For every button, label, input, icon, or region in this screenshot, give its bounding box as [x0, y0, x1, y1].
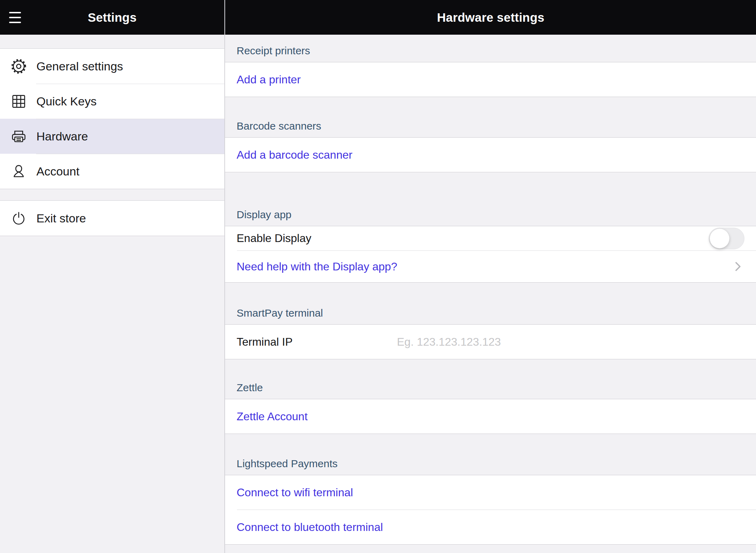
sidebar-exit-group: Exit store	[0, 200, 224, 236]
connect-wifi-row: Connect to wifi terminal	[225, 475, 756, 510]
settings-sidebar: Settings General settings	[0, 0, 225, 553]
sidebar-item-quick-keys[interactable]: Quick Keys	[0, 84, 224, 119]
bottom-spacer	[225, 545, 756, 553]
sidebar-item-label: Quick Keys	[36, 95, 97, 108]
hardware-settings-panel: Hardware settings Receipt printers Add a…	[225, 0, 756, 553]
section-header-lightspeed-payments: Lightspeed Payments	[225, 434, 756, 475]
receipt-printers-block: Add a printer	[225, 62, 756, 97]
display-help-link[interactable]: Need help with the Display app?	[237, 260, 397, 273]
sidebar-nav-group: General settings Quick Keys	[0, 49, 224, 189]
gear-icon	[11, 58, 27, 74]
sidebar-item-general-settings[interactable]: General settings	[0, 49, 224, 84]
terminal-ip-row: Terminal IP	[225, 325, 756, 359]
enable-display-row: Enable Display	[225, 226, 756, 250]
enable-display-toggle[interactable]	[709, 228, 744, 249]
section-header-smartpay-terminal: SmartPay terminal	[225, 283, 756, 324]
terminal-ip-input[interactable]	[397, 336, 744, 348]
sidebar-header: Settings	[0, 0, 224, 35]
toggle-knob	[710, 229, 729, 248]
add-barcode-scanner-row: Add a barcode scanner	[225, 138, 756, 172]
zettle-account-row: Zettle Account	[225, 399, 756, 434]
main-header: Hardware settings	[225, 0, 756, 35]
terminal-ip-label: Terminal IP	[237, 336, 397, 348]
sidebar-top-spacer	[0, 35, 224, 49]
zettle-account-link[interactable]: Zettle Account	[237, 410, 308, 423]
section-header-receipt-printers: Receipt printers	[225, 35, 756, 62]
sidebar-filler	[0, 236, 224, 553]
sidebar-item-label: General settings	[36, 60, 123, 73]
person-icon	[11, 164, 27, 179]
section-header-zettle: Zettle	[225, 359, 756, 399]
zettle-block: Zettle Account	[225, 399, 756, 434]
section-header-barcode-scanners: Barcode scanners	[225, 97, 756, 137]
smartpay-block: Terminal IP	[225, 324, 756, 359]
sidebar-title: Settings	[88, 11, 137, 25]
add-printer-link[interactable]: Add a printer	[237, 73, 301, 86]
display-help-row[interactable]: Need help with the Display app?	[225, 251, 756, 282]
lightspeed-payments-block: Connect to wifi terminal Connect to blue…	[225, 475, 756, 545]
connect-bluetooth-row: Connect to bluetooth terminal	[225, 510, 756, 544]
section-header-display-app: Display app	[225, 172, 756, 226]
add-barcode-scanner-link[interactable]: Add a barcode scanner	[237, 148, 352, 161]
sidebar-item-hardware[interactable]: Hardware	[0, 119, 224, 154]
barcode-scanners-block: Add a barcode scanner	[225, 137, 756, 172]
connect-wifi-terminal-link[interactable]: Connect to wifi terminal	[237, 486, 353, 499]
settings-screen: Settings General settings	[0, 0, 756, 553]
sidebar-item-account[interactable]: Account	[0, 154, 224, 189]
sidebar-item-label: Account	[36, 165, 79, 178]
hamburger-menu-icon[interactable]	[9, 12, 21, 23]
display-app-block: Enable Display Need help with the Displa…	[225, 226, 756, 283]
sidebar-item-label: Exit store	[36, 212, 86, 225]
power-icon	[11, 210, 27, 226]
page-title: Hardware settings	[437, 11, 545, 25]
grid-icon	[11, 94, 27, 109]
add-printer-row: Add a printer	[225, 62, 756, 97]
chevron-right-icon	[730, 260, 744, 274]
sidebar-item-exit-store[interactable]: Exit store	[0, 201, 224, 236]
sidebar-item-label: Hardware	[36, 130, 88, 143]
connect-bluetooth-terminal-link[interactable]: Connect to bluetooth terminal	[237, 521, 383, 534]
printer-icon	[11, 129, 27, 144]
enable-display-label: Enable Display	[237, 232, 311, 245]
sidebar-gap	[0, 189, 224, 200]
